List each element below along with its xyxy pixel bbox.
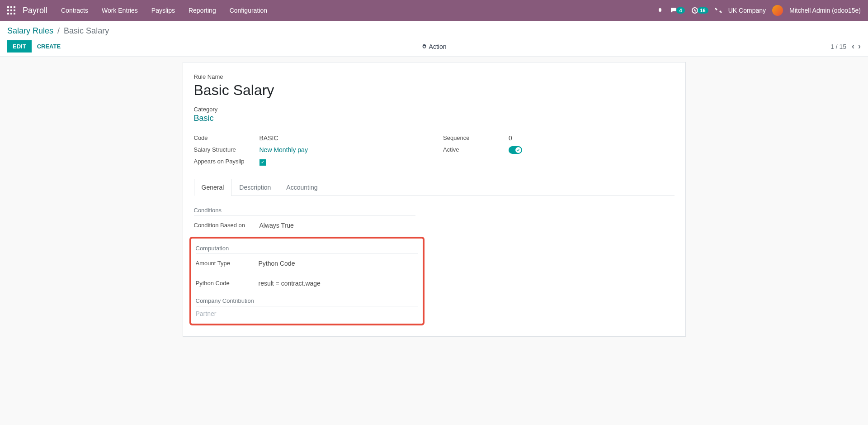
action-menu[interactable]: Action bbox=[422, 43, 447, 50]
app-brand[interactable]: Payroll bbox=[23, 6, 47, 15]
code-label: Code bbox=[194, 134, 259, 142]
main-menu: Contracts Work Entries Payslips Reportin… bbox=[61, 7, 267, 14]
sequence-value: 0 bbox=[509, 134, 512, 142]
pager: 1 / 15 ‹ › bbox=[830, 42, 861, 51]
form-view: Rule Name Basic Salary Category Basic Co… bbox=[183, 62, 686, 337]
condition-based-on-value: Always True bbox=[259, 222, 294, 229]
tab-general[interactable]: General bbox=[194, 179, 232, 196]
python-code-value: result = contract.wage bbox=[259, 280, 321, 287]
rule-name-label: Rule Name bbox=[194, 73, 675, 80]
appears-on-payslip-label: Appears on Payslip bbox=[194, 158, 259, 166]
pager-next-icon[interactable]: › bbox=[858, 42, 861, 51]
activities-icon[interactable]: 16 bbox=[691, 7, 708, 14]
category-label: Category bbox=[194, 106, 675, 113]
create-button[interactable]: CREATE bbox=[32, 40, 66, 53]
partner-label: Partner bbox=[193, 310, 421, 317]
conditions-header: Conditions bbox=[194, 207, 415, 216]
menu-reporting[interactable]: Reporting bbox=[189, 7, 216, 14]
sequence-label: Sequence bbox=[443, 134, 509, 142]
tab-accounting[interactable]: Accounting bbox=[278, 179, 325, 196]
pager-prev-icon[interactable]: ‹ bbox=[852, 42, 854, 51]
breadcrumb-parent[interactable]: Salary Rules bbox=[7, 26, 53, 35]
nav-right: 4 16 UK Company Mitchell Admin (odoo15e) bbox=[656, 5, 861, 16]
action-label: Action bbox=[429, 43, 447, 50]
active-label: Active bbox=[443, 146, 509, 155]
control-row: EDIT CREATE Action 1 / 15 ‹ › bbox=[7, 40, 861, 56]
appears-on-payslip-checkbox[interactable]: ✓ bbox=[259, 159, 266, 166]
user-menu[interactable]: Mitchell Admin (odoo15e) bbox=[789, 7, 861, 14]
top-navigation: Payroll Contracts Work Entries Payslips … bbox=[0, 0, 868, 21]
salary-structure-label: Salary Structure bbox=[194, 146, 259, 153]
messages-badge: 4 bbox=[676, 7, 684, 14]
rule-name-value: Basic Salary bbox=[194, 82, 675, 99]
python-code-label: Python Code bbox=[193, 280, 259, 287]
edit-button[interactable]: EDIT bbox=[7, 40, 32, 53]
tab-description[interactable]: Description bbox=[231, 179, 278, 196]
menu-configuration[interactable]: Configuration bbox=[230, 7, 267, 14]
amount-type-label: Amount Type bbox=[193, 260, 259, 267]
menu-payslips[interactable]: Payslips bbox=[151, 7, 175, 14]
menu-work-entries[interactable]: Work Entries bbox=[102, 7, 138, 14]
breadcrumb-separator: / bbox=[57, 26, 60, 35]
condition-based-on-label: Condition Based on bbox=[194, 222, 259, 229]
user-avatar[interactable] bbox=[772, 5, 783, 16]
breadcrumb: Salary Rules / Basic Salary bbox=[7, 26, 861, 36]
pager-count: 1 / 15 bbox=[830, 43, 846, 50]
breadcrumb-current: Basic Salary bbox=[64, 26, 109, 35]
tools-icon[interactable] bbox=[715, 7, 722, 14]
computation-header: Computation bbox=[196, 245, 418, 254]
activities-badge: 16 bbox=[698, 7, 708, 14]
apps-icon[interactable] bbox=[7, 6, 15, 14]
messages-icon[interactable]: 4 bbox=[670, 7, 684, 14]
amount-type-value: Python Code bbox=[259, 260, 295, 267]
salary-structure-link[interactable]: New Monthly pay bbox=[259, 146, 308, 153]
breadcrumb-bar: Salary Rules / Basic Salary EDIT CREATE … bbox=[0, 21, 868, 57]
menu-contracts[interactable]: Contracts bbox=[61, 7, 88, 14]
gear-icon bbox=[422, 44, 427, 49]
company-contribution-header: Company Contribution bbox=[196, 297, 418, 306]
bug-icon[interactable] bbox=[656, 7, 664, 14]
tabs: General Description Accounting bbox=[194, 179, 675, 196]
code-value: BASIC bbox=[259, 134, 278, 142]
category-link[interactable]: Basic bbox=[194, 114, 675, 123]
company-selector[interactable]: UK Company bbox=[728, 7, 766, 14]
active-toggle[interactable] bbox=[509, 146, 522, 154]
highlight-box: Computation Amount Type Python Code Pyth… bbox=[189, 237, 425, 325]
